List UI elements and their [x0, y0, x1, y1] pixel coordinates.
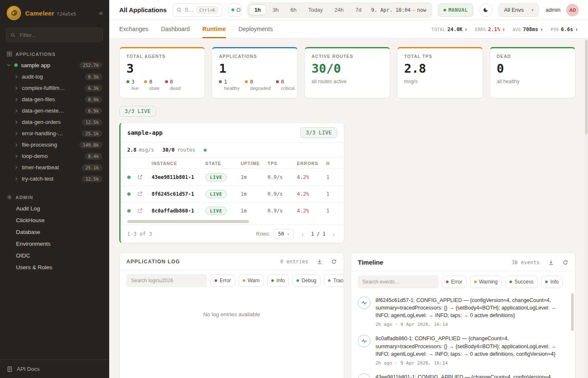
log-filter-chip[interactable]: Info — [267, 274, 289, 287]
column-header-state: STATE — [205, 161, 241, 166]
timeline-filter-chip[interactable]: Error — [442, 276, 467, 288]
tree-child-count-badge: 8.4k — [85, 153, 102, 160]
tab-item[interactable]: Deployments — [239, 20, 273, 38]
sidebar-tree-child-item[interactable]: file-processing 140.8k — [0, 139, 109, 150]
tree-child-label: data-gen-files — [22, 96, 55, 102]
event-message: 8c0affadb860-1: CONFIG_APPLIED — {change… — [375, 335, 566, 357]
breakdown-label: live — [131, 85, 139, 91]
log-filter-chip[interactable]: Error — [210, 274, 235, 287]
sidebar-item-sample-app[interactable]: sample app 252.7k — [0, 59, 109, 71]
brand: Cameleer f24a5e5 — [25, 10, 76, 17]
time-range-button[interactable]: 6h — [285, 5, 302, 15]
breakdown-value: 0 — [149, 79, 159, 85]
sidebar-tree-child-item[interactable]: data-gen-orders 12.5k — [0, 116, 109, 128]
stat-card-dead: DEAD 0 all healthy — [490, 47, 575, 98]
sidebar-collapse-button[interactable]: « — [99, 10, 103, 16]
time-range-button[interactable]: 7d — [350, 5, 367, 15]
online-indicator[interactable]: O — [228, 3, 242, 17]
table-row[interactable]: 8c0affadb860-1 LIVE 1m 0.9/s 4.2% 1 — [121, 202, 344, 219]
sidebar-admin-item[interactable]: Database — [0, 226, 109, 238]
pagination-next-button[interactable]: › — [329, 229, 339, 239]
api-docs-link[interactable]: API Docs — [0, 360, 109, 378]
refresh-icon[interactable] — [562, 260, 568, 265]
metric: P99 6.6s ↑ — [551, 26, 578, 32]
log-panel-header: APPLICATION LOG 0 entries — [120, 253, 344, 270]
sidebar-tree-child-item[interactable]: timer-heartbeat 25.1k — [0, 162, 109, 173]
filter-label: Debug — [302, 278, 316, 284]
tree-child-count-badge: 6.3k — [85, 85, 102, 92]
sidebar-tree-child-item[interactable]: error-handling-… 25.1k — [0, 128, 109, 139]
log-filter-chip[interactable]: Trace — [324, 274, 344, 287]
external-link-icon[interactable] — [137, 174, 143, 180]
timeline-search-input[interactable] — [358, 276, 438, 288]
breakdown-item: 0 stale — [144, 79, 159, 91]
table-row[interactable]: 43ee9811b801-1 LIVE 1m 0.9/s 4.2% 1 — [121, 168, 344, 185]
sidebar-tree-child-item[interactable]: data-gen-neste… 6.9k — [0, 105, 109, 116]
global-search[interactable]: S… Ctrl+K — [173, 3, 222, 17]
timeline-panel-header: Timeline 38 events — [351, 253, 575, 271]
time-range-button[interactable]: 3h — [267, 5, 284, 15]
tree-child-count-badge: 12.5k — [82, 119, 102, 126]
sidebar-admin-item[interactable]: Audit Log — [0, 202, 109, 214]
live-badge: LIVE — [205, 207, 227, 215]
sidebar-tree-child-item[interactable]: loop-demo 8.4k — [0, 150, 109, 162]
column-header-heap: H — [326, 161, 344, 166]
entries-count: 0 entries — [280, 259, 308, 265]
sidebar-tree-child-item[interactable]: data-gen-files 8.9k — [0, 94, 109, 105]
filter-label: Warning — [479, 279, 498, 285]
horizontal-scrollbar-thumb[interactable] — [127, 220, 249, 223]
refresh-icon[interactable] — [331, 259, 337, 265]
breakdown-label: stale — [149, 85, 159, 91]
tab-item[interactable]: Dashboard — [161, 20, 190, 38]
timeline-filter-chip[interactable]: Success — [505, 276, 538, 288]
sidebar-admin-item[interactable]: OIDC — [0, 249, 109, 261]
tabbar: Exchanges Dashboard Runtime Deployments … — [109, 20, 588, 39]
date-range[interactable]: 9. Apr. 18:04—now — [368, 7, 430, 13]
status-dot — [126, 80, 129, 83]
rows-per-page-select[interactable]: 50 ▾ — [273, 229, 294, 239]
metric-label: AVG — [513, 27, 521, 32]
sidebar-tree-child-item[interactable]: try-catch-test 12.5k — [0, 173, 109, 184]
pagination-prev-button[interactable]: ‹ — [297, 229, 307, 239]
timeline-scrollbar-thumb[interactable] — [571, 293, 574, 331]
download-icon[interactable] — [317, 259, 323, 265]
time-range-button[interactable]: 24h — [329, 5, 349, 15]
breakdown-value: 0 — [250, 79, 270, 85]
stat-card-applications: APPLICATIONS 1 1 healthy — [212, 47, 297, 98]
sidebar-admin-item[interactable]: Environments — [0, 238, 109, 249]
external-link-icon[interactable] — [137, 208, 143, 213]
time-range-button[interactable]: Today — [303, 5, 328, 15]
avatar[interactable]: AD — [566, 4, 579, 16]
window-scrollbar — [585, 39, 588, 378]
tab-item[interactable]: Exchanges — [119, 20, 148, 38]
log-filter-chip[interactable]: Debug — [292, 274, 320, 287]
manual-mode-button[interactable]: MANUAL — [438, 3, 473, 17]
document-icon — [7, 366, 13, 372]
log-search-input[interactable] — [126, 274, 207, 287]
tps-cell: 0.9/s — [268, 208, 297, 214]
chevron-down-icon: ▾ — [531, 8, 533, 12]
time-range-button[interactable]: 1h — [249, 5, 266, 15]
filter-dot — [474, 281, 477, 283]
table-row[interactable]: 8f6245c61d57-1 LIVE 1m 0.9/s 4.2% 1 — [121, 185, 344, 202]
sidebar-filter-input[interactable] — [19, 32, 98, 39]
sidebar-admin-item[interactable]: Users & Roles — [0, 261, 109, 273]
sidebar-tree-child-item[interactable]: complex-fulfillm… 6.3k — [0, 82, 109, 94]
chevron-down-icon: ▾ — [288, 232, 290, 236]
theme-toggle-button[interactable] — [479, 3, 493, 17]
env-select[interactable]: All Envs ▾ — [499, 3, 539, 17]
tab-item[interactable]: Runtime — [202, 20, 226, 38]
window-scrollbar-thumb[interactable] — [585, 40, 588, 134]
search-shortcut: Ctrl+K — [197, 6, 218, 14]
download-icon[interactable] — [548, 260, 554, 265]
sidebar-tree-child-item[interactable]: audit-log 6.3k — [0, 71, 109, 82]
log-filter-chip[interactable]: Warn — [239, 274, 264, 287]
timeline-filter-chips: Error Warning Success — [442, 276, 563, 288]
metric-value: 2.1% — [488, 26, 500, 32]
external-link-icon[interactable] — [137, 191, 143, 197]
sidebar-admin-item[interactable]: ClickHouse — [0, 214, 109, 226]
status-dot — [14, 63, 18, 67]
timeline-filter-chip[interactable]: Info — [541, 276, 563, 288]
timeline-filter-chip[interactable]: Warning — [470, 276, 502, 288]
app-card-metrics: 2.8 msg/s 30/0 routes — [121, 143, 344, 158]
